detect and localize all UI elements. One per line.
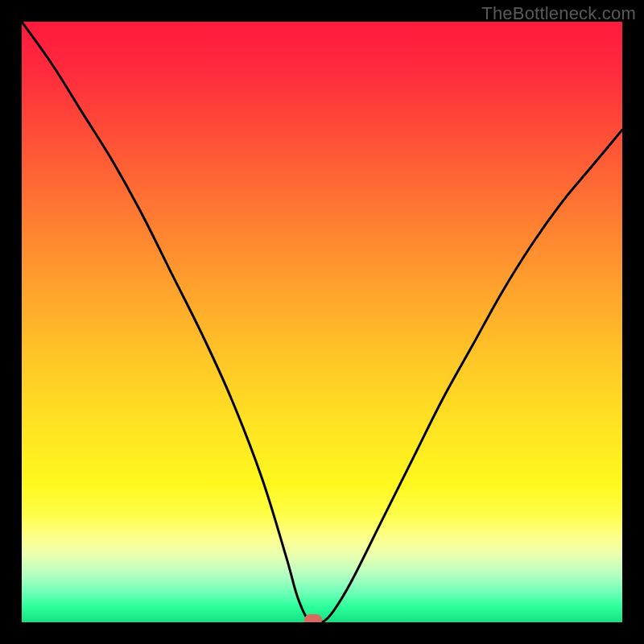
watermark-text: TheBottleneck.com xyxy=(481,3,636,24)
chart-plot-area xyxy=(22,22,622,622)
bottleneck-curve xyxy=(22,22,622,622)
minimum-marker xyxy=(304,614,322,622)
